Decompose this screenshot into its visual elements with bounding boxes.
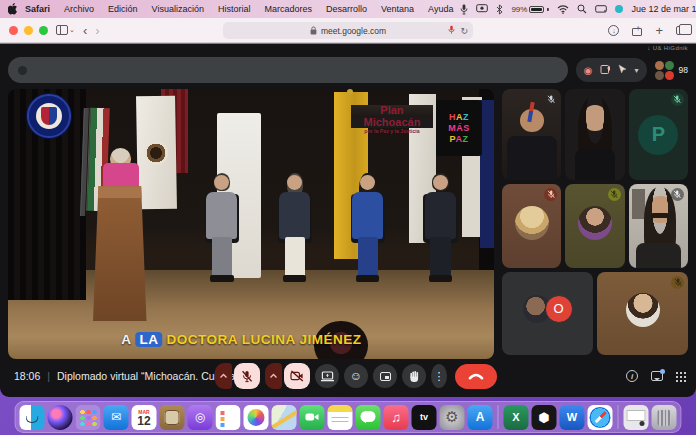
menu-visualizacion[interactable]: Visualización [145, 4, 211, 14]
dock-mail[interactable]: ✉ [104, 405, 129, 430]
menubar-screen-mirroring-icon[interactable] [476, 4, 488, 14]
chevron-down-icon[interactable]: ▾ [635, 66, 639, 75]
menubar-bluetooth-icon[interactable] [496, 4, 503, 15]
participant-tile[interactable] [597, 272, 688, 355]
chat-notification-dot [660, 369, 665, 374]
video-options-chevron[interactable] [265, 363, 282, 389]
podium [93, 186, 146, 321]
downloads-button[interactable]: ↓ [608, 25, 619, 36]
haz-mas-paz-logo: HAZ MÁS PAZ [436, 100, 483, 157]
dock-apple-tv[interactable]: tv [412, 405, 437, 430]
avatar [626, 293, 660, 327]
dock-messages[interactable] [356, 405, 381, 430]
dock-calendar[interactable]: MAR12 [132, 405, 157, 430]
dock-separator [618, 405, 619, 429]
menu-marcadores[interactable]: Marcadores [257, 4, 319, 14]
avatar-initial: P [638, 115, 678, 155]
mic-toggle-button[interactable] [234, 363, 260, 389]
apple-menu-icon[interactable] [8, 3, 18, 15]
camera-toggle-button[interactable] [284, 363, 310, 389]
dock-music[interactable]: ♫ [384, 405, 409, 430]
dock-app-store[interactable]: A [468, 405, 493, 430]
end-call-button[interactable] [455, 364, 497, 389]
dock-word[interactable]: W [560, 405, 585, 430]
zoom-window-button[interactable] [39, 26, 48, 35]
participant-tile[interactable] [565, 184, 624, 268]
menubar-search-icon[interactable] [577, 4, 587, 14]
extension-pill: ◉ ▾ [576, 58, 647, 82]
cursor-icon[interactable] [618, 64, 628, 77]
minimize-window-button[interactable] [24, 26, 33, 35]
activities-button[interactable] [676, 372, 678, 374]
participant-tile[interactable]: O [502, 272, 593, 355]
dock-launchpad[interactable] [76, 405, 101, 430]
dock-siri[interactable] [48, 405, 73, 430]
dock-contacts[interactable] [160, 405, 185, 430]
dock-finder[interactable] [20, 405, 45, 430]
menubar-display-icon[interactable] [595, 5, 607, 14]
address-bar[interactable]: meet.google.com ↻ [223, 22, 473, 39]
participant-tile[interactable] [502, 89, 561, 180]
participants-summary[interactable]: 98 [655, 61, 688, 80]
menu-edicion[interactable]: Edición [101, 4, 145, 14]
back-button[interactable]: ‹ [83, 23, 87, 38]
record-icon[interactable]: ◉ [584, 65, 593, 76]
close-window-button[interactable] [9, 26, 18, 35]
url-text: meet.google.com [321, 26, 386, 36]
dock-reminders[interactable] [216, 405, 241, 430]
menu-ventana[interactable]: Ventana [374, 4, 421, 14]
raise-hand-button[interactable] [402, 364, 426, 388]
share-button[interactable]: ↑ [632, 25, 642, 36]
menu-desarrollo[interactable]: Desarrollo [319, 4, 374, 14]
seated-panelist [202, 175, 241, 288]
reload-button[interactable]: ↻ [460, 26, 468, 36]
menubar-clock[interactable]: Jue 12 de mar 18:06 [631, 4, 696, 14]
meet-control-bar: 18:06 | Diplomado virtual “Michoacán. Cu… [8, 359, 688, 393]
dock-safari[interactable] [588, 405, 613, 430]
dock-trash[interactable] [652, 405, 677, 430]
menu-safari[interactable]: Safari [18, 4, 57, 14]
tab-overview-button[interactable] [676, 26, 687, 35]
dock-maps[interactable] [272, 405, 297, 430]
audio-options-chevron[interactable] [215, 363, 232, 389]
dock-separator [498, 405, 499, 429]
dock-photos[interactable] [244, 405, 269, 430]
macos-menubar: Safari Archivo Edición Visualización His… [0, 0, 696, 18]
search-field-icon [18, 66, 27, 75]
forward-button[interactable]: › [95, 23, 99, 38]
meeting-details-button[interactable]: i [626, 370, 638, 382]
control-center-dot-icon[interactable] [615, 5, 623, 13]
meet-top-bar: ◉ ▾ 98 [8, 53, 688, 87]
more-options-button[interactable]: ⋮ [431, 364, 447, 388]
menu-historial[interactable]: Historial [211, 4, 258, 14]
card-icon[interactable] [600, 64, 611, 77]
dock-system-settings[interactable]: ⚙ [440, 405, 465, 430]
participant-tile[interactable] [629, 184, 688, 268]
menubar-mic-icon[interactable] [460, 4, 468, 15]
new-tab-button[interactable]: + [655, 23, 663, 38]
meet-search-field[interactable] [8, 57, 568, 83]
battery-indicator[interactable]: 99% [511, 5, 549, 14]
main-stage-video[interactable]: Plan Michoacán por la Paz y la Justicia … [8, 89, 494, 359]
dock-hexagon-app[interactable]: ⬢ [532, 405, 557, 430]
dock-facetime[interactable] [300, 405, 325, 430]
google-meet-page: ↓ U& HiGdnik ◉ ▾ 98 [0, 44, 696, 397]
participant-tile[interactable] [565, 89, 624, 180]
dock-podcasts[interactable]: ◎ [188, 405, 213, 430]
menubar-wifi-icon[interactable] [557, 5, 569, 14]
participant-tile[interactable]: P [629, 89, 688, 180]
layout-button[interactable] [373, 364, 397, 388]
dock-notes[interactable] [328, 405, 353, 430]
mic-muted-icon [544, 188, 557, 201]
menu-ayuda[interactable]: Ayuda [421, 4, 460, 14]
present-screen-button[interactable] [315, 364, 339, 388]
dock-excel[interactable]: X [504, 405, 529, 430]
dock-screenshot-preview[interactable] [624, 405, 649, 430]
reactions-button[interactable]: ☺ [344, 364, 368, 388]
mic-muted-icon [671, 276, 684, 289]
chat-button[interactable] [651, 371, 663, 381]
participants-count: 98 [679, 65, 688, 75]
sidebar-toggle-button[interactable]: ⌄ [56, 25, 75, 35]
participant-tile[interactable] [502, 184, 561, 268]
menu-archivo[interactable]: Archivo [57, 4, 101, 14]
